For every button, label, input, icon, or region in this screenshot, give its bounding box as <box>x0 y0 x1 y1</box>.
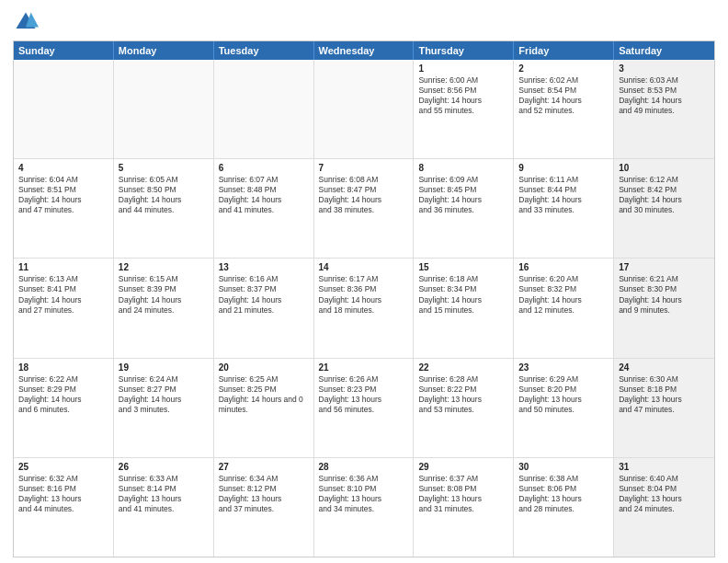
day-cell-17: 17Sunrise: 6:21 AM Sunset: 8:30 PM Dayli… <box>614 259 714 357</box>
day-number: 17 <box>619 261 710 273</box>
day-number: 2 <box>518 63 609 75</box>
day-number: 4 <box>18 162 108 174</box>
day-info: Sunrise: 6:09 AM Sunset: 8:45 PM Dayligh… <box>418 175 482 214</box>
day-number: 3 <box>619 63 710 75</box>
day-number: 14 <box>319 261 409 273</box>
day-number: 8 <box>418 162 508 174</box>
day-cell-30: 30Sunrise: 6:38 AM Sunset: 8:06 PM Dayli… <box>514 458 614 557</box>
day-cell-1: 1Sunrise: 6:00 AM Sunset: 8:56 PM Daylig… <box>414 60 514 158</box>
day-cell-12: 12Sunrise: 6:15 AM Sunset: 8:39 PM Dayli… <box>114 259 214 357</box>
day-number: 11 <box>18 261 108 273</box>
empty-cell <box>14 60 114 158</box>
day-cell-16: 16Sunrise: 6:20 AM Sunset: 8:32 PM Dayli… <box>514 259 614 357</box>
calendar-row-2: 11Sunrise: 6:13 AM Sunset: 8:41 PM Dayli… <box>14 259 714 358</box>
day-cell-24: 24Sunrise: 6:30 AM Sunset: 8:18 PM Dayli… <box>614 359 714 457</box>
day-cell-8: 8Sunrise: 6:09 AM Sunset: 8:45 PM Daylig… <box>414 159 514 258</box>
day-info: Sunrise: 6:17 AM Sunset: 8:36 PM Dayligh… <box>319 274 382 314</box>
day-number: 23 <box>518 362 609 373</box>
logo <box>13 9 42 35</box>
day-number: 25 <box>18 461 108 473</box>
calendar: SundayMondayTuesdayWednesdayThursdayFrid… <box>13 40 715 557</box>
day-info: Sunrise: 6:12 AM Sunset: 8:42 PM Dayligh… <box>619 175 682 214</box>
day-cell-29: 29Sunrise: 6:37 AM Sunset: 8:08 PM Dayli… <box>414 458 514 557</box>
day-info: Sunrise: 6:38 AM Sunset: 8:06 PM Dayligh… <box>518 474 582 513</box>
day-info: Sunrise: 6:26 AM Sunset: 8:23 PM Dayligh… <box>319 374 382 414</box>
day-cell-5: 5Sunrise: 6:05 AM Sunset: 8:50 PM Daylig… <box>114 159 214 258</box>
day-number: 9 <box>518 162 609 174</box>
header-day-monday: Monday <box>114 41 214 60</box>
day-info: Sunrise: 6:25 AM Sunset: 8:25 PM Dayligh… <box>219 374 303 414</box>
header-day-friday: Friday <box>514 41 614 60</box>
day-info: Sunrise: 6:18 AM Sunset: 8:34 PM Dayligh… <box>418 274 482 314</box>
day-cell-10: 10Sunrise: 6:12 AM Sunset: 8:42 PM Dayli… <box>614 159 714 258</box>
day-cell-25: 25Sunrise: 6:32 AM Sunset: 8:16 PM Dayli… <box>14 458 114 557</box>
day-cell-11: 11Sunrise: 6:13 AM Sunset: 8:41 PM Dayli… <box>14 259 114 357</box>
empty-cell <box>114 60 214 158</box>
day-info: Sunrise: 6:40 AM Sunset: 8:04 PM Dayligh… <box>619 474 682 513</box>
day-cell-14: 14Sunrise: 6:17 AM Sunset: 8:36 PM Dayli… <box>314 259 415 357</box>
day-info: Sunrise: 6:32 AM Sunset: 8:16 PM Dayligh… <box>18 474 82 513</box>
day-info: Sunrise: 6:33 AM Sunset: 8:14 PM Dayligh… <box>119 474 182 513</box>
day-number: 21 <box>319 362 409 373</box>
day-info: Sunrise: 6:05 AM Sunset: 8:50 PM Dayligh… <box>119 175 182 214</box>
day-info: Sunrise: 6:36 AM Sunset: 8:10 PM Dayligh… <box>319 474 382 513</box>
day-info: Sunrise: 6:29 AM Sunset: 8:20 PM Dayligh… <box>518 374 582 414</box>
day-cell-3: 3Sunrise: 6:03 AM Sunset: 8:53 PM Daylig… <box>614 60 714 158</box>
day-number: 7 <box>319 162 409 174</box>
day-number: 1 <box>418 63 508 75</box>
day-info: Sunrise: 6:15 AM Sunset: 8:39 PM Dayligh… <box>119 274 182 314</box>
day-info: Sunrise: 6:13 AM Sunset: 8:41 PM Dayligh… <box>18 274 82 314</box>
day-cell-7: 7Sunrise: 6:08 AM Sunset: 8:47 PM Daylig… <box>314 159 415 258</box>
empty-cell <box>314 60 415 158</box>
day-info: Sunrise: 6:00 AM Sunset: 8:56 PM Dayligh… <box>418 75 482 115</box>
calendar-row-0: 1Sunrise: 6:00 AM Sunset: 8:56 PM Daylig… <box>14 60 714 159</box>
header <box>13 9 715 35</box>
day-cell-23: 23Sunrise: 6:29 AM Sunset: 8:20 PM Dayli… <box>514 359 614 457</box>
day-info: Sunrise: 6:24 AM Sunset: 8:27 PM Dayligh… <box>119 374 182 414</box>
day-cell-20: 20Sunrise: 6:25 AM Sunset: 8:25 PM Dayli… <box>214 359 314 457</box>
day-info: Sunrise: 6:02 AM Sunset: 8:54 PM Dayligh… <box>518 75 582 115</box>
day-cell-26: 26Sunrise: 6:33 AM Sunset: 8:14 PM Dayli… <box>114 458 214 557</box>
logo-icon <box>13 9 39 35</box>
day-cell-27: 27Sunrise: 6:34 AM Sunset: 8:12 PM Dayli… <box>214 458 314 557</box>
day-cell-15: 15Sunrise: 6:18 AM Sunset: 8:34 PM Dayli… <box>414 259 514 357</box>
day-number: 19 <box>119 362 209 373</box>
header-day-sunday: Sunday <box>14 41 114 60</box>
day-number: 13 <box>219 261 309 273</box>
day-number: 24 <box>619 362 710 373</box>
day-number: 18 <box>18 362 108 373</box>
calendar-row-4: 25Sunrise: 6:32 AM Sunset: 8:16 PM Dayli… <box>14 458 714 557</box>
day-cell-19: 19Sunrise: 6:24 AM Sunset: 8:27 PM Dayli… <box>114 359 214 457</box>
day-number: 16 <box>518 261 609 273</box>
day-info: Sunrise: 6:30 AM Sunset: 8:18 PM Dayligh… <box>619 374 682 414</box>
header-day-wednesday: Wednesday <box>314 41 415 60</box>
day-cell-22: 22Sunrise: 6:28 AM Sunset: 8:22 PM Dayli… <box>414 359 514 457</box>
day-info: Sunrise: 6:04 AM Sunset: 8:51 PM Dayligh… <box>18 175 82 214</box>
day-number: 6 <box>219 162 309 174</box>
day-number: 10 <box>619 162 710 174</box>
empty-cell <box>214 60 314 158</box>
day-number: 28 <box>319 461 409 473</box>
day-cell-4: 4Sunrise: 6:04 AM Sunset: 8:51 PM Daylig… <box>14 159 114 258</box>
day-cell-21: 21Sunrise: 6:26 AM Sunset: 8:23 PM Dayli… <box>314 359 415 457</box>
day-number: 20 <box>219 362 309 373</box>
day-cell-28: 28Sunrise: 6:36 AM Sunset: 8:10 PM Dayli… <box>314 458 415 557</box>
day-number: 12 <box>119 261 209 273</box>
header-day-tuesday: Tuesday <box>214 41 314 60</box>
day-info: Sunrise: 6:21 AM Sunset: 8:30 PM Dayligh… <box>619 274 682 314</box>
day-cell-2: 2Sunrise: 6:02 AM Sunset: 8:54 PM Daylig… <box>514 60 614 158</box>
calendar-row-1: 4Sunrise: 6:04 AM Sunset: 8:51 PM Daylig… <box>14 159 714 259</box>
day-info: Sunrise: 6:37 AM Sunset: 8:08 PM Dayligh… <box>418 474 482 513</box>
page: SundayMondayTuesdayWednesdayThursdayFrid… <box>0 0 728 563</box>
day-cell-31: 31Sunrise: 6:40 AM Sunset: 8:04 PM Dayli… <box>614 458 714 557</box>
day-number: 22 <box>418 362 508 373</box>
day-cell-18: 18Sunrise: 6:22 AM Sunset: 8:29 PM Dayli… <box>14 359 114 457</box>
header-day-thursday: Thursday <box>414 41 514 60</box>
day-info: Sunrise: 6:20 AM Sunset: 8:32 PM Dayligh… <box>518 274 582 314</box>
day-info: Sunrise: 6:16 AM Sunset: 8:37 PM Dayligh… <box>219 274 282 314</box>
day-cell-9: 9Sunrise: 6:11 AM Sunset: 8:44 PM Daylig… <box>514 159 614 258</box>
day-info: Sunrise: 6:28 AM Sunset: 8:22 PM Dayligh… <box>418 374 482 414</box>
calendar-body: 1Sunrise: 6:00 AM Sunset: 8:56 PM Daylig… <box>14 60 714 557</box>
day-number: 29 <box>418 461 508 473</box>
day-number: 26 <box>119 461 209 473</box>
